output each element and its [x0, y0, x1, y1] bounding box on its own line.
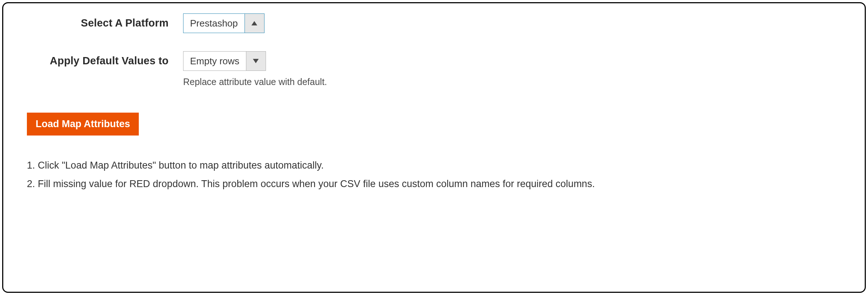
default-values-select-value: Empty rows — [183, 51, 246, 71]
platform-select[interactable]: Prestashop — [183, 13, 265, 33]
load-map-attributes-button[interactable]: Load Map Attributes — [27, 113, 139, 136]
platform-field: Prestashop — [183, 13, 265, 33]
default-values-select-arrow[interactable] — [246, 51, 266, 71]
default-values-field: Empty rows Replace attribute value with … — [183, 51, 327, 87]
instruction-2: 2. Fill missing value for RED dropdown. … — [27, 177, 843, 191]
default-values-row: Apply Default Values to Empty rows Repla… — [25, 51, 843, 87]
chevron-down-icon — [253, 59, 259, 63]
chevron-up-icon — [251, 21, 257, 25]
default-values-helper: Replace attribute value with default. — [183, 77, 327, 87]
platform-select-value: Prestashop — [183, 13, 245, 33]
platform-label: Select A Platform — [25, 13, 183, 29]
instruction-1: 1. Click "Load Map Attributes" button to… — [27, 158, 843, 173]
action-section: Load Map Attributes — [27, 113, 843, 136]
form-panel: Select A Platform Prestashop Apply Defau… — [2, 2, 866, 293]
default-values-select[interactable]: Empty rows — [183, 51, 327, 71]
platform-select-arrow[interactable] — [245, 13, 265, 33]
instructions-section: 1. Click "Load Map Attributes" button to… — [27, 158, 843, 191]
default-values-label: Apply Default Values to — [25, 51, 183, 67]
platform-row: Select A Platform Prestashop — [25, 13, 843, 33]
